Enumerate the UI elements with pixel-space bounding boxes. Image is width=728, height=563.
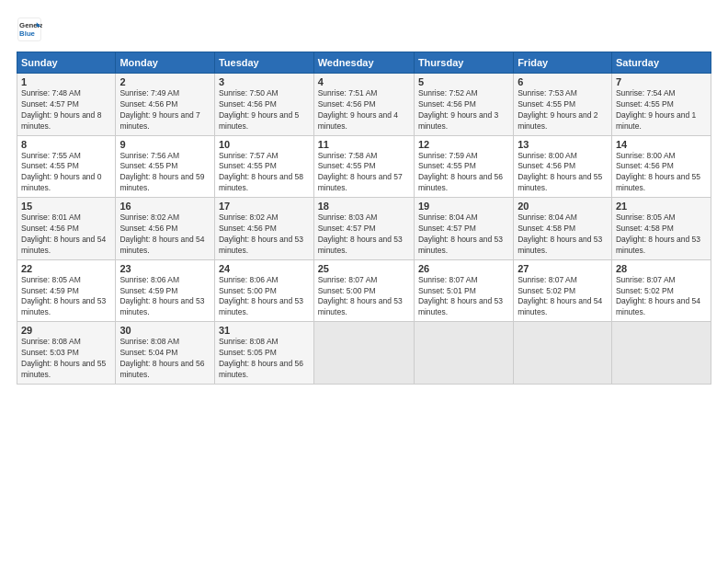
day-number: 21	[616, 201, 707, 212]
day-info: Sunrise: 7:50 AMSunset: 4:56 PMDaylight:…	[219, 88, 310, 132]
calendar-cell: 5Sunrise: 7:52 AMSunset: 4:56 PMDaylight…	[414, 74, 513, 136]
day-number: 24	[219, 263, 310, 274]
day-number: 31	[219, 325, 310, 336]
day-info: Sunrise: 8:06 AMSunset: 4:59 PMDaylight:…	[119, 275, 210, 319]
calendar-cell: 8Sunrise: 7:55 AMSunset: 4:55 PMDaylight…	[17, 135, 116, 198]
day-number: 12	[418, 139, 509, 150]
day-number: 26	[418, 263, 509, 274]
day-info: Sunrise: 8:01 AMSunset: 4:56 PMDaylight:…	[21, 213, 111, 257]
logo: General Blue	[17, 17, 42, 42]
day-info: Sunrise: 8:00 AMSunset: 4:56 PMDaylight:…	[616, 151, 707, 195]
day-info: Sunrise: 8:07 AMSunset: 5:02 PMDaylight:…	[518, 275, 608, 319]
calendar-cell: 22Sunrise: 8:05 AMSunset: 4:59 PMDayligh…	[17, 259, 116, 322]
weekday-wednesday: Wednesday	[313, 52, 414, 74]
day-info: Sunrise: 7:58 AMSunset: 4:55 PMDaylight:…	[318, 151, 410, 195]
weekday-tuesday: Tuesday	[214, 52, 313, 74]
weekday-monday: Monday	[116, 52, 215, 74]
weekday-header-row: SundayMondayTuesdayWednesdayThursdayFrid…	[17, 52, 711, 74]
day-number: 11	[318, 139, 410, 150]
calendar-cell: 6Sunrise: 7:53 AMSunset: 4:55 PMDaylight…	[514, 74, 612, 136]
calendar-cell	[611, 322, 711, 385]
day-info: Sunrise: 8:02 AMSunset: 4:56 PMDaylight:…	[119, 213, 210, 257]
calendar-cell: 7Sunrise: 7:54 AMSunset: 4:55 PMDaylight…	[611, 74, 711, 136]
calendar-cell: 13Sunrise: 8:00 AMSunset: 4:56 PMDayligh…	[514, 135, 612, 198]
day-info: Sunrise: 8:08 AMSunset: 5:03 PMDaylight:…	[21, 337, 111, 381]
week-row-4: 22Sunrise: 8:05 AMSunset: 4:59 PMDayligh…	[17, 259, 711, 322]
day-info: Sunrise: 8:08 AMSunset: 5:04 PMDaylight:…	[119, 337, 210, 381]
day-number: 18	[318, 201, 410, 212]
day-info: Sunrise: 8:07 AMSunset: 5:02 PMDaylight:…	[616, 275, 707, 319]
day-number: 30	[119, 325, 210, 336]
svg-text:Blue: Blue	[19, 29, 36, 38]
day-info: Sunrise: 7:54 AMSunset: 4:55 PMDaylight:…	[616, 88, 707, 132]
day-number: 27	[518, 263, 608, 274]
calendar-cell: 19Sunrise: 8:04 AMSunset: 4:57 PMDayligh…	[414, 198, 513, 260]
day-number: 7	[616, 76, 707, 87]
day-number: 14	[616, 139, 707, 150]
day-info: Sunrise: 7:59 AMSunset: 4:55 PMDaylight:…	[418, 151, 509, 195]
calendar-cell: 23Sunrise: 8:06 AMSunset: 4:59 PMDayligh…	[116, 259, 215, 322]
calendar-cell: 20Sunrise: 8:04 AMSunset: 4:58 PMDayligh…	[514, 198, 612, 260]
calendar-cell	[313, 322, 414, 385]
day-info: Sunrise: 7:57 AMSunset: 4:55 PMDaylight:…	[219, 151, 310, 195]
calendar-table: SundayMondayTuesdayWednesdayThursdayFrid…	[17, 52, 711, 385]
calendar-cell: 1Sunrise: 7:48 AMSunset: 4:57 PMDaylight…	[17, 74, 116, 136]
day-info: Sunrise: 7:55 AMSunset: 4:55 PMDaylight:…	[21, 151, 111, 195]
day-number: 5	[418, 76, 509, 87]
day-number: 19	[418, 201, 509, 212]
day-number: 17	[219, 201, 310, 212]
week-row-1: 1Sunrise: 7:48 AMSunset: 4:57 PMDaylight…	[17, 74, 711, 136]
logo-icon: General Blue	[17, 17, 42, 42]
calendar-cell: 14Sunrise: 8:00 AMSunset: 4:56 PMDayligh…	[611, 135, 711, 198]
day-number: 9	[119, 139, 210, 150]
day-info: Sunrise: 8:04 AMSunset: 4:58 PMDaylight:…	[518, 213, 608, 257]
day-info: Sunrise: 8:00 AMSunset: 4:56 PMDaylight:…	[518, 151, 608, 195]
day-number: 8	[21, 139, 111, 150]
week-row-2: 8Sunrise: 7:55 AMSunset: 4:55 PMDaylight…	[17, 135, 711, 198]
calendar-cell: 25Sunrise: 8:07 AMSunset: 5:00 PMDayligh…	[313, 259, 414, 322]
weekday-thursday: Thursday	[414, 52, 513, 74]
day-number: 13	[518, 139, 608, 150]
calendar-cell: 18Sunrise: 8:03 AMSunset: 4:57 PMDayligh…	[313, 198, 414, 260]
day-info: Sunrise: 8:02 AMSunset: 4:56 PMDaylight:…	[219, 213, 310, 257]
calendar-cell: 27Sunrise: 8:07 AMSunset: 5:02 PMDayligh…	[514, 259, 612, 322]
day-info: Sunrise: 7:53 AMSunset: 4:55 PMDaylight:…	[518, 88, 608, 132]
calendar-cell: 3Sunrise: 7:50 AMSunset: 4:56 PMDaylight…	[214, 74, 313, 136]
day-info: Sunrise: 7:51 AMSunset: 4:56 PMDaylight:…	[318, 88, 410, 132]
day-info: Sunrise: 7:49 AMSunset: 4:56 PMDaylight:…	[119, 88, 210, 132]
day-number: 25	[318, 263, 410, 274]
weekday-saturday: Saturday	[611, 52, 711, 74]
day-info: Sunrise: 8:05 AMSunset: 4:59 PMDaylight:…	[21, 275, 111, 319]
day-number: 16	[119, 201, 210, 212]
day-number: 15	[21, 201, 111, 212]
day-number: 29	[21, 325, 111, 336]
day-info: Sunrise: 8:03 AMSunset: 4:57 PMDaylight:…	[318, 213, 410, 257]
calendar-cell: 30Sunrise: 8:08 AMSunset: 5:04 PMDayligh…	[116, 322, 215, 385]
day-info: Sunrise: 8:07 AMSunset: 5:00 PMDaylight:…	[318, 275, 410, 319]
calendar-cell: 28Sunrise: 8:07 AMSunset: 5:02 PMDayligh…	[611, 259, 711, 322]
week-row-5: 29Sunrise: 8:08 AMSunset: 5:03 PMDayligh…	[17, 322, 711, 385]
day-number: 2	[119, 76, 210, 87]
day-info: Sunrise: 7:52 AMSunset: 4:56 PMDaylight:…	[418, 88, 509, 132]
day-info: Sunrise: 8:04 AMSunset: 4:57 PMDaylight:…	[418, 213, 509, 257]
page-header: General Blue	[17, 17, 711, 42]
day-info: Sunrise: 8:08 AMSunset: 5:05 PMDaylight:…	[219, 337, 310, 381]
calendar-cell: 2Sunrise: 7:49 AMSunset: 4:56 PMDaylight…	[116, 74, 215, 136]
day-info: Sunrise: 7:56 AMSunset: 4:55 PMDaylight:…	[119, 151, 210, 195]
weekday-friday: Friday	[514, 52, 612, 74]
day-number: 23	[119, 263, 210, 274]
day-number: 20	[518, 201, 608, 212]
day-number: 22	[21, 263, 111, 274]
calendar-body: 1Sunrise: 7:48 AMSunset: 4:57 PMDaylight…	[17, 74, 711, 385]
day-info: Sunrise: 8:05 AMSunset: 4:58 PMDaylight:…	[616, 213, 707, 257]
calendar-cell: 17Sunrise: 8:02 AMSunset: 4:56 PMDayligh…	[214, 198, 313, 260]
calendar-cell: 26Sunrise: 8:07 AMSunset: 5:01 PMDayligh…	[414, 259, 513, 322]
calendar-cell: 21Sunrise: 8:05 AMSunset: 4:58 PMDayligh…	[611, 198, 711, 260]
calendar-cell	[414, 322, 513, 385]
calendar-cell	[514, 322, 612, 385]
calendar-cell: 9Sunrise: 7:56 AMSunset: 4:55 PMDaylight…	[116, 135, 215, 198]
day-number: 1	[21, 76, 111, 87]
calendar-cell: 4Sunrise: 7:51 AMSunset: 4:56 PMDaylight…	[313, 74, 414, 136]
day-number: 6	[518, 76, 608, 87]
day-number: 3	[219, 76, 310, 87]
